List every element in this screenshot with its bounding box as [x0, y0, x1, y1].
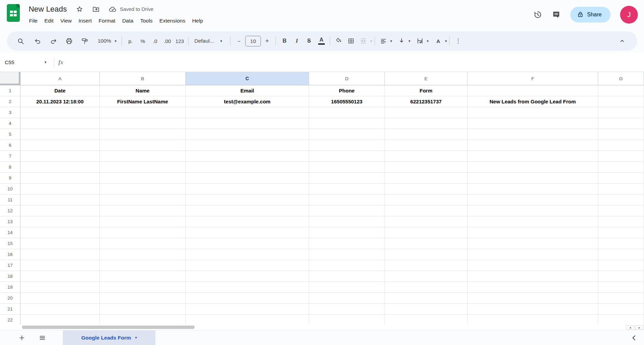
- increase-font-size-button[interactable]: +: [261, 35, 273, 47]
- cell-F12[interactable]: [467, 205, 598, 216]
- cell-E7[interactable]: [385, 151, 467, 162]
- cell-F19[interactable]: [467, 282, 598, 293]
- cell-E6[interactable]: [385, 140, 467, 151]
- cell-D22[interactable]: [309, 315, 385, 325]
- column-header-E[interactable]: E: [385, 72, 467, 85]
- collapse-panel-icon[interactable]: [630, 330, 644, 345]
- cell-G7[interactable]: [598, 151, 644, 162]
- increase-decimal-button[interactable]: .00: [161, 35, 173, 47]
- font-family-select[interactable]: Defaul... ▾: [191, 35, 228, 47]
- menu-tools[interactable]: Tools: [137, 17, 156, 25]
- cell-D1[interactable]: Phone: [309, 85, 385, 96]
- horizontal-scrollbar-thumb[interactable]: [22, 326, 195, 329]
- text-rotation-caret[interactable]: ▾: [445, 39, 447, 43]
- cell-G9[interactable]: [598, 173, 644, 184]
- cell-C5[interactable]: [186, 129, 309, 140]
- cell-A19[interactable]: [20, 282, 100, 293]
- cell-C14[interactable]: [186, 227, 309, 238]
- strikethrough-button[interactable]: S: [303, 35, 315, 47]
- italic-button[interactable]: I: [291, 35, 303, 47]
- menu-edit[interactable]: Edit: [41, 17, 57, 25]
- cell-A1[interactable]: Date: [20, 85, 100, 96]
- cell-E21[interactable]: [385, 304, 467, 315]
- row-header-12[interactable]: 12: [0, 205, 20, 216]
- cell-A16[interactable]: [20, 249, 100, 260]
- cell-B11[interactable]: [100, 195, 186, 205]
- menu-format[interactable]: Format: [95, 17, 119, 25]
- version-history-icon[interactable]: [533, 10, 542, 19]
- column-header-F[interactable]: F: [467, 72, 598, 85]
- cell-D7[interactable]: [309, 151, 385, 162]
- cell-D21[interactable]: [309, 304, 385, 315]
- row-header-2[interactable]: 2: [0, 96, 20, 107]
- share-button[interactable]: Share: [570, 7, 611, 23]
- row-header-5[interactable]: 5: [0, 129, 20, 140]
- text-wrap-caret[interactable]: ▾: [427, 39, 429, 43]
- cell-D20[interactable]: [309, 293, 385, 304]
- cell-F14[interactable]: [467, 227, 598, 238]
- cell-F8[interactable]: [467, 162, 598, 173]
- cell-A10[interactable]: [20, 184, 100, 195]
- cell-E10[interactable]: [385, 184, 467, 195]
- menu-help[interactable]: Help: [189, 17, 207, 25]
- hide-toolbar-icon[interactable]: [616, 35, 628, 47]
- cell-D19[interactable]: [309, 282, 385, 293]
- cell-B16[interactable]: [100, 249, 186, 260]
- cell-C4[interactable]: [186, 118, 309, 129]
- row-header-11[interactable]: 11: [0, 195, 20, 205]
- cell-F6[interactable]: [467, 140, 598, 151]
- cell-C2[interactable]: test@example.com: [186, 96, 309, 107]
- cell-E17[interactable]: [385, 260, 467, 271]
- row-header-14[interactable]: 14: [0, 227, 20, 238]
- document-title[interactable]: New Leads: [29, 5, 67, 14]
- cell-G11[interactable]: [598, 195, 644, 205]
- cell-G15[interactable]: [598, 238, 644, 249]
- saved-status[interactable]: Saved to Drive: [120, 6, 153, 12]
- cell-C15[interactable]: [186, 238, 309, 249]
- menu-view[interactable]: View: [57, 17, 75, 25]
- cell-D14[interactable]: [309, 227, 385, 238]
- cell-B21[interactable]: [100, 304, 186, 315]
- cell-B13[interactable]: [100, 216, 186, 227]
- column-header-C[interactable]: C: [186, 72, 309, 85]
- cell-G22[interactable]: [598, 315, 644, 325]
- paint-format-icon[interactable]: [79, 35, 91, 47]
- row-header-9[interactable]: 9: [0, 173, 20, 184]
- cell-B2[interactable]: FirstName LastName: [100, 96, 186, 107]
- cell-G3[interactable]: [598, 107, 644, 118]
- cell-E1[interactable]: Form: [385, 85, 467, 96]
- cell-D5[interactable]: [309, 129, 385, 140]
- text-wrap-icon[interactable]: [414, 35, 426, 47]
- cell-D12[interactable]: [309, 205, 385, 216]
- cell-A9[interactable]: [20, 173, 100, 184]
- cell-D3[interactable]: [309, 107, 385, 118]
- row-header-18[interactable]: 18: [0, 271, 20, 282]
- cell-E20[interactable]: [385, 293, 467, 304]
- cell-C1[interactable]: Email: [186, 85, 309, 96]
- decrease-font-size-button[interactable]: −: [233, 35, 245, 47]
- currency-format-button[interactable]: p.: [124, 35, 137, 47]
- cell-B5[interactable]: [100, 129, 186, 140]
- cell-A3[interactable]: [20, 107, 100, 118]
- cell-C10[interactable]: [186, 184, 309, 195]
- menu-insert[interactable]: Insert: [75, 17, 95, 25]
- cell-D18[interactable]: [309, 271, 385, 282]
- cell-E3[interactable]: [385, 107, 467, 118]
- borders-icon[interactable]: [345, 35, 357, 47]
- cell-D15[interactable]: [309, 238, 385, 249]
- cell-E18[interactable]: [385, 271, 467, 282]
- cell-F10[interactable]: [467, 184, 598, 195]
- cell-F1[interactable]: [467, 85, 598, 96]
- cell-B17[interactable]: [100, 260, 186, 271]
- cell-G8[interactable]: [598, 162, 644, 173]
- sheet-tab-caret[interactable]: ▾: [135, 335, 137, 340]
- menu-extensions[interactable]: Extensions: [156, 17, 189, 25]
- cell-A5[interactable]: [20, 129, 100, 140]
- percent-format-button[interactable]: %: [137, 35, 149, 47]
- cell-F17[interactable]: [467, 260, 598, 271]
- cell-A22[interactable]: [20, 315, 100, 325]
- more-options-icon[interactable]: ⋮: [452, 35, 464, 47]
- cell-C19[interactable]: [186, 282, 309, 293]
- cell-C13[interactable]: [186, 216, 309, 227]
- cell-B1[interactable]: Name: [100, 85, 186, 96]
